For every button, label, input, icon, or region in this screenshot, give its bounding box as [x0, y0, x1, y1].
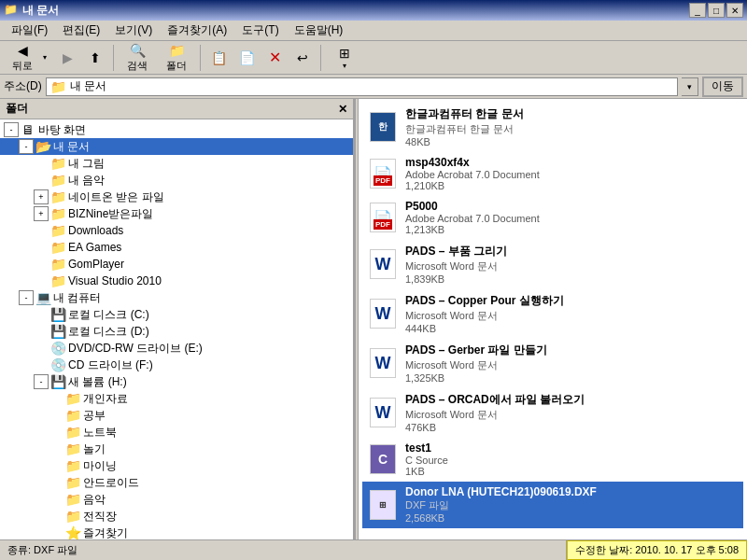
tree-item-mining[interactable]: 📁 마이닝 [0, 457, 353, 474]
copy-to-button[interactable]: 📄 [233, 44, 260, 72]
tree-item-mycomputer[interactable]: - 💻 내 컴퓨터 [0, 289, 353, 306]
tree-item-mymusic[interactable]: 📁 내 음악 [0, 172, 353, 189]
tree-item-desktop[interactable]: - 🖥 바탕 화면 [0, 121, 353, 138]
tree-item-downloads[interactable]: 📁 Downloads [0, 222, 353, 239]
menu-favorites[interactable]: 즐겨찾기(A) [160, 21, 234, 40]
file-list[interactable]: 한한글과컴퓨터 한글 문서한글과컴퓨터 한글 문서48KBPDF📄msp430x… [359, 99, 747, 539]
cd-f-icon: 💿 [50, 357, 65, 372]
music-label: 음악 [83, 492, 106, 508]
tree-item-personal[interactable]: 📁 개인자료 [0, 390, 353, 407]
tree-item-local-c[interactable]: 💾 로컬 디스크 (C:) [0, 306, 353, 323]
biznine-expander[interactable]: + [34, 206, 49, 221]
back-dropdown-button[interactable]: ▾ [39, 44, 50, 72]
views-dropdown-arrow: ▾ [343, 62, 346, 70]
search-button[interactable]: 🔍 검색 [119, 44, 156, 72]
file-item-name: PADS – 부품 그리기 [405, 244, 507, 259]
vs2010-label: Visual Studio 2010 [68, 274, 162, 287]
desktop-expander[interactable]: - [4, 122, 19, 137]
tree-item-newton[interactable]: + 📁 네이트온 받은 파일 [0, 189, 353, 205]
file-item-name: PADS – Gerber 파일 만들기 [405, 343, 547, 358]
views-button[interactable]: ⊞ ▾ [326, 44, 363, 72]
back-label: 뒤로 [12, 59, 33, 73]
mycomp-expander[interactable]: - [19, 290, 34, 305]
minimize-button[interactable]: _ [689, 3, 706, 18]
menu-help[interactable]: 도움말(H) [287, 21, 351, 40]
address-input[interactable] [70, 80, 673, 93]
file-list-item[interactable]: 한한글과컴퓨터 한글 문서한글과컴퓨터 한글 문서48KB [362, 103, 743, 152]
file-item-info: PADS – Gerber 파일 만들기Microsoft Word 문서1,3… [405, 343, 547, 384]
file-list-item[interactable]: ⊞Donor LNA (HUTECH21)090619.DXFDXF 파일2,5… [362, 482, 743, 528]
file-list-item[interactable]: PDF📄P5000Adobe Acrobat 7.0 Document1,213… [362, 196, 743, 240]
file-item-name: 한글과컴퓨터 한글 문서 [405, 106, 524, 122]
address-dropdown-button[interactable]: ▾ [682, 77, 698, 96]
tree-item-android[interactable]: 📁 안드로이드 [0, 474, 353, 491]
tree-item-mydocs[interactable]: - 📂 내 문서 [0, 138, 353, 155]
tree-item-mypics[interactable]: 📁 내 그림 [0, 155, 353, 172]
mydocs-expander[interactable]: - [19, 139, 34, 154]
back-button[interactable]: ◀ 뒤로 [6, 44, 39, 72]
new-h-expander[interactable]: - [34, 374, 49, 389]
maximize-button[interactable]: □ [708, 3, 725, 18]
mypics-icon: 📁 [50, 156, 65, 171]
tree-item-vs2010[interactable]: 📁 Visual Studio 2010 [0, 273, 353, 289]
tree-item-electrical[interactable]: 📁 전직장 [0, 508, 353, 525]
local-c-label: 로컬 디스크 (C:) [68, 307, 149, 323]
tree-item-dvd[interactable]: 💿 DVD/CD-RW 드라이브 (E:) [0, 340, 353, 357]
up-button[interactable]: ⬆ [82, 44, 108, 72]
local-d-label: 로컬 디스크 (D:) [68, 324, 149, 340]
tree-item-eagames[interactable]: 📁 EA Games [0, 239, 353, 256]
file-list-item[interactable]: Ctest1C Source1KB [362, 438, 743, 482]
file-item-size: 476KB [405, 422, 585, 433]
file-item-name: test1 [405, 441, 448, 455]
mymusic-icon: 📁 [50, 173, 65, 188]
undo-button[interactable]: ↩ [289, 44, 316, 72]
menu-view[interactable]: 보기(V) [107, 21, 160, 40]
file-list-item[interactable]: PDF📄msp430xf4xAdobe Acrobat 7.0 Document… [362, 152, 743, 196]
status-type: 종류: DXF 파일 [7, 543, 78, 557]
close-panel-button[interactable]: ✕ [338, 103, 347, 116]
close-button[interactable]: ✕ [726, 3, 743, 18]
new-h-label: 새 볼륨 (H:) [68, 374, 127, 390]
tree-item-gomplayer[interactable]: 📁 GomPlayer [0, 256, 353, 273]
tree-item-study[interactable]: 📁 공부 [0, 407, 353, 424]
eagames-label: EA Games [68, 241, 121, 254]
address-go-button[interactable]: 이동 [702, 77, 743, 97]
tree-item-music[interactable]: 📁 음악 [0, 491, 353, 508]
tree-item-local-d[interactable]: 💾 로컬 디스크 (D:) [0, 323, 353, 340]
addressbar: 주소(D) 📁 ▾ 이동 [0, 75, 747, 99]
electrical-label: 전직장 [83, 509, 117, 525]
file-list-item[interactable]: WPADS – Copper Pour 실행하기Microsoft Word 문… [362, 289, 743, 339]
delete-icon: ✕ [269, 49, 281, 66]
play-icon: 📁 [65, 441, 80, 456]
file-item-type: DXF 파일 [405, 498, 597, 512]
file-list-item[interactable]: WPADS – ORCAD에서 파일 불러오기Microsoft Word 문서… [362, 388, 743, 438]
word-file-icon: W [368, 348, 398, 378]
dxf-file-icon: ⊞ [368, 490, 398, 520]
menu-edit[interactable]: 편집(E) [55, 21, 107, 40]
address-folder-icon: 📁 [50, 79, 66, 94]
music-icon: 📁 [65, 492, 80, 507]
status-left: 종류: DXF 파일 [0, 540, 567, 560]
file-list-item[interactable]: WPADS – Gerber 파일 만들기Microsoft Word 문서1,… [362, 339, 743, 388]
delete-button[interactable]: ✕ [261, 44, 288, 72]
newton-expander[interactable]: + [34, 189, 49, 204]
tree-item-biznine[interactable]: + 📁 BIZNine받은파일 [0, 205, 353, 222]
move-to-button[interactable]: 📋 [205, 44, 232, 72]
tree-item-notebook[interactable]: 📁 노트북 [0, 424, 353, 441]
forward-button[interactable]: ▶ [54, 44, 80, 72]
menu-file[interactable]: 파일(F) [4, 21, 55, 40]
favorites-icon: ⭐ [65, 525, 80, 539]
tree-item-new-h[interactable]: - 💾 새 볼륨 (H:) [0, 373, 353, 390]
folders-button[interactable]: 📁 폴더 [158, 44, 195, 72]
vs2010-icon: 📁 [50, 273, 65, 288]
file-item-name: PADS – Copper Pour 실행하기 [405, 293, 564, 309]
tree-item-play[interactable]: 📁 놀기 [0, 441, 353, 457]
tree-item-cd-f[interactable]: 💿 CD 드라이브 (F:) [0, 357, 353, 373]
folder-panel-title: 폴더 [6, 101, 28, 117]
folder-tree[interactable]: - 🖥 바탕 화면 - 📂 내 문서 📁 내 그림 [0, 119, 353, 539]
file-list-item[interactable]: WPADS – 부품 그리기Microsoft Word 문서1,839KB [362, 240, 743, 289]
tree-item-favorites[interactable]: ⭐ 즐겨찾기 [0, 525, 353, 539]
menu-tools[interactable]: 도구(T) [234, 21, 286, 40]
local-d-icon: 💾 [50, 324, 65, 339]
window-icon: 📁 [4, 3, 19, 18]
